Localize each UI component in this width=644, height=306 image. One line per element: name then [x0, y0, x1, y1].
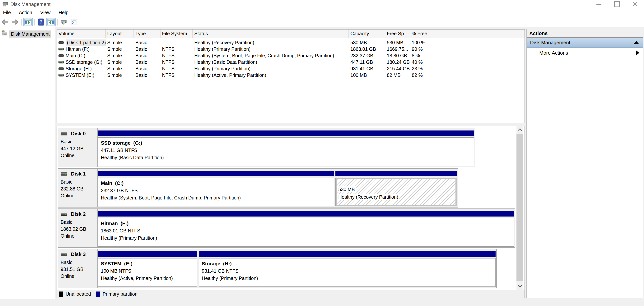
show-console-tree-button[interactable]	[24, 18, 32, 26]
menu-view[interactable]: View	[36, 9, 55, 16]
column-header-status[interactable]: Status	[193, 29, 349, 38]
disk-list-icon	[70, 18, 78, 25]
volume-row-disk1-partition2[interactable]: (Disk 1 partition 2) Simple Basic Health…	[57, 39, 524, 46]
close-button[interactable]: ✕	[626, 0, 644, 8]
disk-list-button[interactable]	[70, 18, 79, 26]
menu-action[interactable]: Action	[15, 9, 36, 16]
scroll-up-button[interactable]	[516, 126, 523, 134]
partition-ssd-storage[interactable]: SSD storage (G:) 447.11 GB NTFS Healthy …	[98, 128, 474, 167]
sidebar-item-disk-management[interactable]: Disk Management	[2, 30, 55, 37]
disk-size: 232.88 GB	[60, 185, 96, 192]
column-header-volume[interactable]: Volume	[57, 29, 106, 38]
disk-icon	[60, 131, 67, 136]
actions-group-disk-management[interactable]: Disk Management	[527, 38, 643, 48]
chevron-up-icon	[518, 128, 522, 133]
legend-unallocated-label: Unallocated	[66, 291, 91, 297]
volume-type: Basic	[134, 72, 160, 78]
partition-hitman-f[interactable]: Hitman (F:) 1863.01 GB NTFS Healthy (Pri…	[98, 209, 514, 247]
forward-button[interactable]	[10, 18, 20, 26]
volume-row-ssd-storage[interactable]: SSD storage (G:) Simple Basic NTFS Healt…	[57, 59, 524, 65]
column-header-pct-free[interactable]: % Free	[410, 29, 444, 38]
disk-kind: Basic	[60, 178, 96, 185]
volume-name: SYSTEM (E:)	[66, 72, 94, 78]
scrollbar-thumb[interactable]	[516, 134, 523, 281]
disk0-band: Disk 0 Basic 447.12 GB Online SSD storag…	[58, 128, 475, 167]
partition-color-bar	[199, 251, 496, 257]
app-icon	[2, 1, 8, 7]
toolbar-separator	[21, 18, 22, 25]
partition-info: Main (C:) 232.37 GB NTFS Healthy (System…	[98, 178, 334, 206]
partition-recovery-selected[interactable]: 530 MB Healthy (Recovery Partition)	[336, 169, 457, 207]
volume-row-system[interactable]: SYSTEM (E:) Simple Basic NTFS Healthy (A…	[57, 72, 524, 78]
volume-icon	[58, 54, 64, 57]
disk-kind: Basic	[60, 219, 96, 226]
volume-file-system: NTFS	[160, 66, 193, 71]
volume-icon	[58, 47, 64, 51]
partition-main-c[interactable]: Main (C:) 232.37 GB NTFS Healthy (System…	[98, 169, 334, 207]
vertical-scrollbar[interactable]	[516, 126, 523, 290]
toolbar-separator	[34, 18, 35, 25]
volume-icon	[58, 67, 64, 70]
volume-capacity: 931.41 GB	[349, 66, 385, 71]
volume-name: Main (C:)	[66, 53, 85, 58]
partition-storage-h[interactable]: Storage (H:) 931.41 GB NTFS Healthy (Pri…	[199, 249, 496, 288]
rescan-disks-button[interactable]	[60, 18, 69, 26]
volume-list-header: Volume Layout Type File System Status Ca…	[57, 29, 524, 38]
partition-legend: Unallocated Primary partition	[57, 290, 524, 298]
partition-health: Healthy (Recovery Partition)	[337, 194, 399, 200]
toolbar-separator	[57, 18, 58, 25]
menu-help[interactable]: Help	[55, 9, 72, 16]
graphical-view-pane: Disk 0 Basic 447.12 GB Online SSD storag…	[56, 126, 525, 298]
disk-rescan-icon	[60, 18, 68, 25]
volume-layout: Simple	[106, 72, 134, 78]
status-bar-divider	[611, 301, 611, 305]
partition-size-fs: 447.11 GB NTFS	[101, 147, 474, 154]
back-button[interactable]	[0, 18, 10, 26]
partition-health: Healthy (Primary Partition)	[101, 234, 514, 242]
volume-status: Healthy (Primary Partition)	[193, 46, 349, 52]
volume-free-space: 82 MB	[385, 72, 410, 78]
title-bar: Disk Management ✕	[0, 0, 644, 8]
help-icon: ?	[38, 18, 44, 26]
scroll-down-button[interactable]	[516, 282, 523, 290]
partition-system-e[interactable]: SYSTEM (E:) 100 MB NTFS Healthy (Active,…	[98, 249, 197, 288]
volume-row-main[interactable]: Main (C:) Simple Basic NTFS Healthy (Sys…	[57, 52, 524, 59]
maximize-button[interactable]	[608, 0, 626, 8]
minimize-button[interactable]	[590, 0, 608, 8]
column-header-file-system[interactable]: File System	[160, 29, 193, 38]
partition-health: Healthy (Basic Data Partition)	[101, 154, 474, 161]
volume-name: (Disk 1 partition 2)	[66, 39, 106, 46]
volume-file-system: NTFS	[160, 53, 193, 58]
volume-name: Hitman (F:)	[66, 46, 90, 52]
show-action-pane-button[interactable]	[46, 18, 56, 26]
column-header-type[interactable]: Type	[134, 29, 160, 38]
svg-text:?: ?	[40, 19, 42, 25]
partition-health: Healthy (Active, Primary Partition)	[101, 275, 197, 282]
primary-partition-swatch	[96, 292, 100, 297]
partition-size-fs: 100 MB NTFS	[101, 267, 197, 275]
volume-free-space: 215.44 GB	[385, 66, 410, 71]
chevron-down-icon	[518, 283, 522, 288]
column-header-layout[interactable]: Layout	[106, 29, 134, 38]
partition-color-bar	[336, 171, 457, 176]
volume-status: Healthy (Basic Data Partition)	[193, 59, 349, 65]
disk1-header[interactable]: Disk 1 Basic 232.88 GB Online	[58, 169, 98, 207]
menu-file[interactable]: File	[0, 9, 15, 16]
volume-row-storage[interactable]: Storage (H:) Simple Basic NTFS Healthy (…	[57, 65, 524, 72]
disk2-band: Disk 2 Basic 1863.02 GB Online Hitman (F…	[58, 209, 515, 248]
help-button[interactable]: ?	[36, 18, 46, 26]
partition-health: Healthy (Primary Partition)	[202, 275, 495, 282]
volume-pct-free: 90 %	[410, 46, 444, 52]
more-actions-item[interactable]: More Actions	[527, 48, 643, 58]
column-header-free-space[interactable]: Free Sp...	[385, 29, 410, 38]
volume-row-hitman[interactable]: Hitman (F:) Simple Basic NTFS Healthy (P…	[57, 46, 524, 52]
disk3-header[interactable]: Disk 3 Basic 931.51 GB Online	[58, 249, 98, 288]
disk2-header[interactable]: Disk 2 Basic 1863.02 GB Online	[58, 209, 98, 247]
actions-panel-header: Actions	[527, 29, 643, 38]
partition-health: Healthy (System, Boot, Page File, Crash …	[101, 194, 334, 201]
volume-capacity: 447.11 GB	[349, 59, 385, 65]
partition-name: Main (C:)	[101, 180, 334, 187]
disk0-header[interactable]: Disk 0 Basic 447.12 GB Online	[58, 128, 98, 167]
status-bar	[0, 299, 644, 306]
column-header-capacity[interactable]: Capacity	[349, 29, 385, 38]
